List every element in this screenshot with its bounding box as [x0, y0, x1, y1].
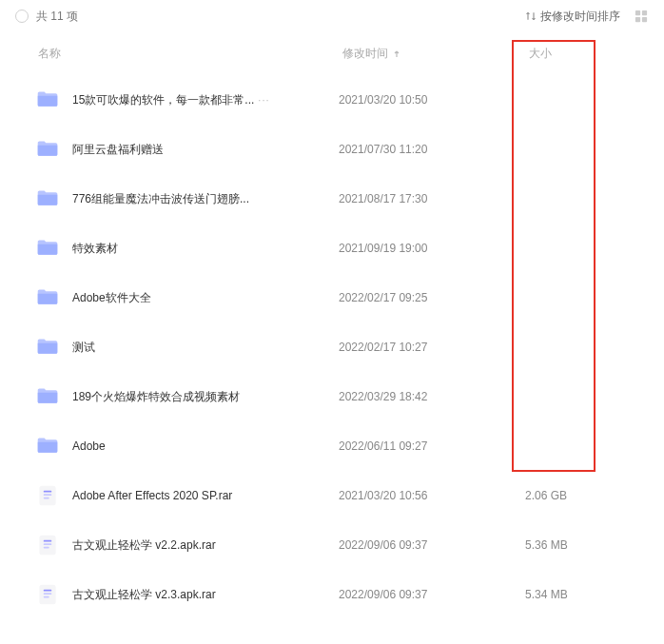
- ellipsis-icon[interactable]: ···: [258, 94, 269, 106]
- item-mtime: 2021/09/19 19:00: [339, 242, 510, 255]
- item-mtime: 2021/03/20 10:56: [339, 489, 510, 502]
- list-item[interactable]: Adobe软件大全2022/02/17 09:25: [0, 273, 664, 322]
- item-mtime: 2022/09/06 09:37: [339, 538, 510, 552]
- folder-icon: [34, 237, 61, 260]
- list-item[interactable]: 阿里云盘福利赠送2021/07/30 11:20: [0, 125, 664, 174]
- folder-icon: [34, 187, 61, 210]
- svg-rect-2: [635, 17, 640, 22]
- column-size-label: 大小: [529, 46, 552, 62]
- item-name: 特效素材: [72, 241, 118, 257]
- item-mtime: 2022/06/11 09:27: [339, 439, 510, 453]
- svg-rect-0: [635, 10, 640, 15]
- sort-label: 按修改时间排序: [540, 9, 620, 25]
- item-mtime: 2022/02/17 09:25: [339, 291, 510, 304]
- item-name: Adobe软件大全: [72, 290, 151, 306]
- list-item[interactable]: 776组能量魔法冲击波传送门翅膀...2021/08/17 17:30: [0, 174, 664, 224]
- sort-button[interactable]: 按修改时间排序: [525, 9, 620, 25]
- item-name: 测试: [72, 340, 95, 356]
- folder-icon: [34, 88, 61, 111]
- item-name: 776组能量魔法冲击波传送门翅膀...: [72, 191, 249, 207]
- svg-rect-3: [642, 17, 647, 22]
- item-mtime: 2022/03/29 18:42: [339, 390, 510, 403]
- sort-icon: [525, 10, 537, 22]
- file-list: 15款可吹爆的软件，每一款都非常...···2021/03/20 10:50阿里…: [0, 75, 664, 619]
- item-size: 2.06 GB: [510, 489, 626, 502]
- column-header-size[interactable]: 大小: [514, 46, 626, 62]
- list-item[interactable]: Adobe After Effects 2020 SP.rar2021/03/2…: [0, 471, 664, 520]
- item-name: 15款可吹爆的软件，每一款都非常...: [72, 92, 254, 108]
- item-name: 古文观止轻松学 v2.2.apk.rar: [72, 537, 216, 554]
- list-item[interactable]: 189个火焰爆炸特效合成视频素材2022/03/29 18:42: [0, 372, 664, 421]
- item-name: 古文观止轻松学 v2.3.apk.rar: [72, 587, 216, 603]
- folder-icon: [34, 385, 61, 408]
- list-item[interactable]: 测试2022/02/17 10:27: [0, 322, 664, 372]
- folder-icon: [34, 286, 61, 309]
- item-name: 189个火焰爆炸特效合成视频素材: [72, 389, 240, 405]
- list-item[interactable]: 古文观止轻松学 v2.2.apk.rar2022/09/06 09:375.36…: [0, 520, 664, 570]
- item-mtime: 2022/02/17 10:27: [339, 341, 510, 354]
- column-name-label: 名称: [38, 46, 61, 62]
- list-item[interactable]: Adobe2022/06/11 09:27: [0, 421, 664, 471]
- item-mtime: 2021/03/20 10:50: [339, 93, 510, 107]
- folder-icon: [34, 435, 61, 458]
- svg-rect-1: [642, 10, 647, 15]
- item-mtime: 2021/08/17 17:30: [339, 192, 510, 205]
- item-mtime: 2022/09/06 09:37: [339, 588, 510, 601]
- list-item[interactable]: 15款可吹爆的软件，每一款都非常...···2021/03/20 10:50: [0, 75, 664, 125]
- item-size: 5.34 MB: [510, 588, 626, 601]
- folder-icon: [34, 336, 61, 359]
- item-size: 5.36 MB: [510, 538, 626, 552]
- item-name: Adobe: [72, 439, 106, 453]
- item-name: 阿里云盘福利赠送: [72, 142, 164, 158]
- view-toggle-grid[interactable]: [634, 9, 649, 24]
- sort-asc-icon: [392, 49, 401, 59]
- item-name: Adobe After Effects 2020 SP.rar: [72, 489, 232, 502]
- item-mtime: 2021/07/30 11:20: [339, 143, 510, 156]
- column-header-mtime[interactable]: 修改时间: [342, 46, 514, 62]
- file-icon: [34, 534, 61, 556]
- list-item[interactable]: 古文观止轻松学 v2.3.apk.rar2022/09/06 09:375.34…: [0, 570, 664, 619]
- file-icon: [34, 583, 61, 606]
- column-header-name[interactable]: 名称: [38, 46, 342, 62]
- select-all-checkbox[interactable]: [15, 10, 29, 23]
- item-count-label: 共 11 项: [36, 9, 78, 25]
- folder-icon: [34, 138, 61, 161]
- column-mtime-label: 修改时间: [342, 46, 388, 62]
- file-icon: [34, 484, 61, 507]
- list-item[interactable]: 特效素材2021/09/19 19:00: [0, 224, 664, 273]
